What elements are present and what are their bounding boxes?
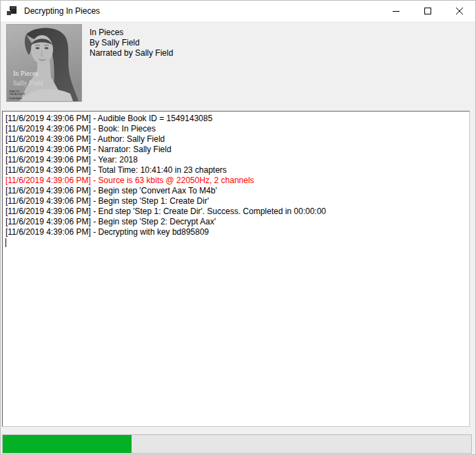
cover-author-text: Sally Field: [13, 79, 43, 87]
app-window: Decrypting In Pieces: [0, 0, 476, 455]
cover-art: In Pieces Sally Field READ BY THE AUTHOR…: [7, 25, 81, 101]
maximize-button[interactable]: [412, 1, 444, 21]
log-line: [11/6/2019 4:39:06 PM] - Author: Sally F…: [6, 134, 466, 145]
text-caret: [6, 238, 6, 247]
cover-readby-line2: THE AUTHOR: [9, 93, 25, 96]
book-cover-image: In Pieces Sally Field READ BY THE AUTHOR…: [6, 24, 82, 102]
log-line: [11/6/2019 4:39:06 PM] - Begin step 'Ste…: [6, 217, 466, 227]
log-line: [11/6/2019 4:39:06 PM] - End step 'Step …: [6, 207, 466, 217]
maximize-icon: [424, 8, 431, 14]
log-line: [11/6/2019 4:39:06 PM] - Decrypting with…: [6, 227, 466, 237]
book-author: By Sally Field: [90, 38, 173, 48]
minimize-button[interactable]: [380, 1, 412, 21]
book-info: In Pieces By Sally Field Narrated by Sal…: [90, 28, 173, 59]
progress-fill: [3, 435, 132, 453]
log-line: [11/6/2019 4:39:06 PM] - Begin step 'Con…: [6, 186, 466, 196]
book-narrator: Narrated by Sally Field: [90, 48, 173, 59]
title-bar: Decrypting In Pieces: [1, 1, 475, 21]
log-line: [11/6/2019 4:39:06 PM] - Book: In Pieces: [6, 124, 466, 134]
log-line: [11/6/2019 4:39:06 PM] - Total Time: 10:…: [6, 165, 466, 176]
minimize-icon: [393, 11, 400, 12]
log-line: [11/6/2019 4:39:06 PM] - Begin step 'Ste…: [6, 196, 466, 207]
log-textbox[interactable]: [11/6/2019 4:39:06 PM] - Audible Book ID…: [2, 111, 470, 427]
window-title: Decrypting In Pieces: [24, 6, 100, 16]
book-title: In Pieces: [90, 28, 173, 38]
cover-edition-text: Unabridged: [9, 97, 22, 100]
app-icon: [6, 6, 17, 17]
progress-bar: [2, 434, 472, 454]
close-button[interactable]: [444, 1, 475, 21]
log-line: [11/6/2019 4:39:06 PM] - Audible Book ID…: [6, 114, 466, 124]
cover-title-text: In Pieces: [13, 70, 38, 77]
close-icon: [455, 7, 464, 15]
log-line: [11/6/2019 4:39:06 PM] - Narrator: Sally…: [6, 145, 466, 155]
log-line: [11/6/2019 4:39:06 PM] - Year: 2018: [6, 155, 466, 165]
log-line-error: [11/6/2019 4:39:06 PM] - Source is 63 kb…: [6, 176, 466, 186]
